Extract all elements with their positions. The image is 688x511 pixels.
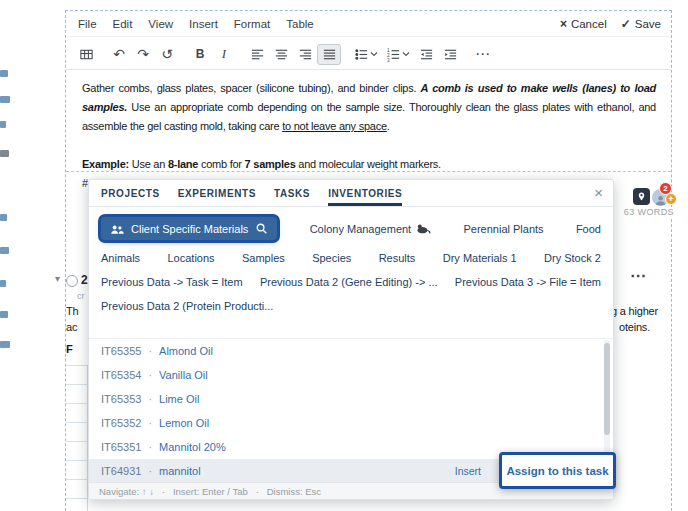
popup-close-button[interactable]: × [594,184,603,201]
people-icon [110,223,124,235]
list-item[interactable]: IT65352·Lemon Oil [89,411,613,435]
bold-icon: B [196,47,205,61]
align-center-button[interactable] [269,44,293,65]
chip-food[interactable]: Food [576,223,601,235]
chip-results[interactable]: Results [379,252,416,264]
insert-hint-label[interactable]: Insert [455,465,481,477]
chip-client-specific-materials[interactable]: Client Specific Materials [101,217,277,240]
history-button[interactable]: ↺ [155,44,179,65]
chip-search-icon [255,222,268,235]
italic-button[interactable]: I [212,44,236,65]
paragraph-procedure: Gather combs, glass plates, spacer (sili… [82,79,656,136]
add-collaborator-badge[interactable]: + [665,193,677,205]
tab-tasks[interactable]: TASKS [274,181,310,206]
item-id: IT64931 [101,465,141,477]
chip-colony-management[interactable]: Colony Management [310,223,432,235]
clipped-sidebar-text [0,214,7,221]
item-id: IT65354 [101,369,141,381]
section-menu-button[interactable]: ⋯ [630,266,646,285]
chip-samples[interactable]: Samples [242,252,285,264]
section-collapse-chevron[interactable]: ▾ [55,273,60,284]
menu-format[interactable]: Format [226,18,278,30]
popup-scrollbar-thumb[interactable] [604,343,610,435]
menu-view[interactable]: View [140,18,181,30]
item-name: Vanilla Oil [159,369,208,381]
align-right-button[interactable] [293,44,317,65]
more-icon: ⋯ [475,45,491,63]
menu-insert[interactable]: Insert [181,18,226,30]
tab-inventories[interactable]: INVENTORIES [328,181,402,206]
save-button[interactable]: ✓ Save [621,17,661,31]
chip-dry-materials-1[interactable]: Dry Materials 1 [443,252,517,264]
numbered-list-button[interactable]: 123 [382,44,414,65]
align-center-icon [274,47,289,62]
word-count: 63 WORDS [620,207,674,217]
list-item[interactable]: IT65353·Lime Oil [89,387,613,411]
popup-tabs: PROJECTS EXPERIMENTS TASKS INVENTORIES [89,180,613,207]
more-options-button[interactable]: ⋯ [471,44,495,65]
location-pin-icon [636,191,647,202]
doc-text: Gather combs, glass plates, spacer (sili… [82,82,421,94]
doc-text: Use an [129,158,168,170]
clipped-sidebar-text [0,150,9,157]
outdent-icon [419,47,434,62]
menu-table[interactable]: Table [278,18,322,30]
chip-previous-data-task-item[interactable]: Previous Data -> Task = Item [101,276,243,288]
indent-button[interactable] [438,44,462,65]
item-id: IT65352 [101,417,141,429]
clipped-sidebar-text [0,247,9,254]
chip-previous-data-2-protein[interactable]: Previous Data 2 (Protein Producti... [101,300,273,312]
chip-dry-stock-2[interactable]: Dry Stock 2 [544,252,601,264]
cancel-button[interactable]: × Cancel [560,17,607,31]
align-left-icon [250,47,265,62]
numbered-list-icon: 123 [386,47,401,62]
item-separator: · [148,417,152,429]
item-separator: · [148,345,152,357]
chip-label: Colony Management [310,223,412,235]
occluded-text-fragment: oteins. [619,321,650,333]
section-complete-checkbox[interactable] [66,275,78,287]
list-item[interactable]: IT65355·Almond Oil [89,339,613,363]
document-editor[interactable]: Gather combs, glass plates, spacer (sili… [82,79,656,193]
outdent-button[interactable] [414,44,438,65]
italic-icon: I [222,46,226,62]
chip-species[interactable]: Species [312,252,351,264]
chip-animals[interactable]: Animals [101,252,140,264]
menu-edit[interactable]: Edit [105,18,141,30]
chip-previous-data-2-gene-editing[interactable]: Previous Data 2 (Gene Editing) -> ... [260,276,438,288]
item-separator: · [148,369,152,381]
menu-file[interactable]: File [70,18,105,30]
tab-experiments[interactable]: EXPERIMENTS [178,181,256,206]
clipped-sidebar-text [0,96,10,103]
chip-label: Client Specific Materials [131,223,248,235]
cancel-icon: × [560,17,567,31]
save-check-icon: ✓ [621,17,631,31]
chevron-down-icon [370,51,378,57]
doc-text-bold: 8-lane [168,158,198,170]
list-item[interactable]: IT65354·Vanilla Oil [89,363,613,387]
item-name: Lemon Oil [159,417,209,429]
bold-button[interactable]: B [188,44,212,65]
section-created-text: cr [77,291,85,301]
toolbar-divider [66,69,671,70]
clipped-sidebar-text [0,280,6,287]
clipped-sidebar-text [0,341,10,348]
bullet-list-button[interactable] [350,44,382,65]
redo-button[interactable]: ↷ [131,44,155,65]
chip-perennial-plants[interactable]: Perennial Plants [463,223,543,235]
chip-previous-data-3-file-item[interactable]: Previous Data 3 -> File = Item [455,276,601,288]
doc-text: comb for [198,158,244,170]
chip-row: Previous Data 2 (Protein Producti... [101,300,601,312]
occluded-text-fragment: ac [66,321,77,333]
tab-projects[interactable]: PROJECTS [101,181,160,206]
assign-to-this-task-button[interactable]: Assign to this task [499,452,616,489]
align-left-button[interactable] [245,44,269,65]
insights-pin-button[interactable] [633,188,650,205]
chip-locations[interactable]: Locations [168,252,215,264]
align-justify-button[interactable] [317,44,341,65]
insert-table-button[interactable] [74,44,98,65]
undo-button[interactable]: ↶ [107,44,131,65]
save-label: Save [635,18,661,30]
cancel-label: Cancel [571,18,607,30]
doc-text-bold: Example: [82,158,129,170]
